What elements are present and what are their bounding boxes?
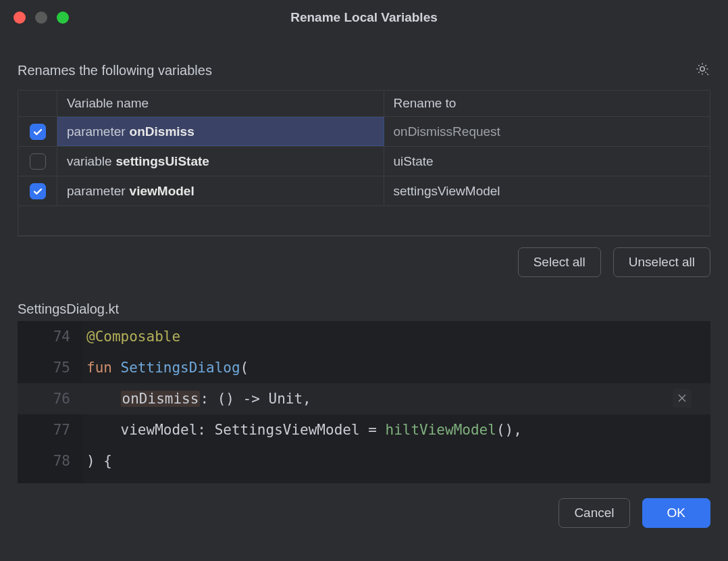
line-number: 79 <box>18 477 82 483</box>
gear-icon[interactable] <box>694 61 710 80</box>
select-all-button[interactable]: Select all <box>518 247 601 277</box>
line-number: 74 <box>18 321 82 352</box>
code-content: fun SettingsDialog( <box>82 352 710 383</box>
window-controls <box>14 11 69 24</box>
variable-kind: variable <box>67 154 112 169</box>
row-checkbox[interactable] <box>30 183 46 199</box>
variable-kind: parameter <box>67 124 126 139</box>
table-row[interactable]: variablesettingsUiStateuiState <box>18 147 710 176</box>
column-header-checkbox <box>18 91 57 116</box>
code-content: ) { <box>82 445 710 477</box>
table-header: Variable name Rename to <box>18 91 710 117</box>
variable-identifier: onDismiss <box>130 124 194 139</box>
code-line: 76 onDismiss: () -> Unit, <box>18 383 710 414</box>
rename-to-cell[interactable]: settingsViewModel <box>384 176 710 205</box>
variable-identifier: viewModel <box>130 184 194 199</box>
line-number: 75 <box>18 352 82 383</box>
variable-name-cell[interactable]: parameterviewModel <box>57 176 384 205</box>
zoom-window-button[interactable] <box>57 11 69 24</box>
line-number: 78 <box>18 445 82 477</box>
unselect-all-button[interactable]: Unselect all <box>613 247 710 277</box>
svg-point-0 <box>700 67 704 71</box>
close-window-button[interactable] <box>14 11 26 24</box>
column-header-variable-name: Variable name <box>57 91 384 116</box>
variables-table: Variable name Rename to parameteronDismi… <box>18 90 710 237</box>
code-line: 78) { <box>18 445 710 477</box>
row-checkbox[interactable] <box>30 124 46 140</box>
code-content: viewModel: SettingsViewModel = hiltViewM… <box>82 414 710 445</box>
table-row[interactable]: parameterviewModelsettingsViewModel <box>18 176 710 206</box>
code-preview: 74@Composable75fun SettingsDialog(76 onD… <box>18 321 710 483</box>
variable-kind: parameter <box>67 184 126 199</box>
row-checkbox[interactable] <box>30 153 46 170</box>
rename-to-cell[interactable] <box>384 117 710 146</box>
variable-identifier: settingsUiState <box>116 154 209 169</box>
variable-name-cell[interactable]: parameteronDismiss <box>57 117 384 146</box>
titlebar: Rename Local Variables <box>0 0 728 35</box>
close-icon[interactable] <box>673 389 692 408</box>
ok-button[interactable]: OK <box>642 498 710 528</box>
rename-to-cell[interactable]: uiState <box>384 147 710 176</box>
minimize-window-button[interactable] <box>35 11 47 24</box>
code-line: 74@Composable <box>18 321 710 352</box>
rename-input[interactable] <box>394 124 701 139</box>
rename-value: settingsViewModel <box>394 184 500 199</box>
rename-value: uiState <box>394 154 434 169</box>
code-line: 75fun SettingsDialog( <box>18 352 710 383</box>
code-content: @Composable <box>82 321 710 352</box>
code-line: 79 val settingsUiState by viewModel.sett… <box>18 477 710 483</box>
line-number: 77 <box>18 414 82 445</box>
code-line: 77 viewModel: SettingsViewModel = hiltVi… <box>18 414 710 445</box>
dialog-subtitle: Renames the following variables <box>18 63 212 78</box>
preview-filename: SettingsDialog.kt <box>18 301 710 317</box>
table-filler-row <box>18 206 710 236</box>
code-content: val settingsUiState by viewModel.setting… <box>82 477 710 483</box>
code-content: onDismiss: () -> Unit, <box>82 383 710 414</box>
window-title: Rename Local Variables <box>14 10 714 25</box>
cancel-button[interactable]: Cancel <box>558 498 629 528</box>
table-row[interactable]: parameteronDismiss <box>18 117 710 147</box>
column-header-rename-to: Rename to <box>384 91 710 116</box>
line-number: 76 <box>18 383 82 414</box>
variable-name-cell[interactable]: variablesettingsUiState <box>57 147 384 176</box>
